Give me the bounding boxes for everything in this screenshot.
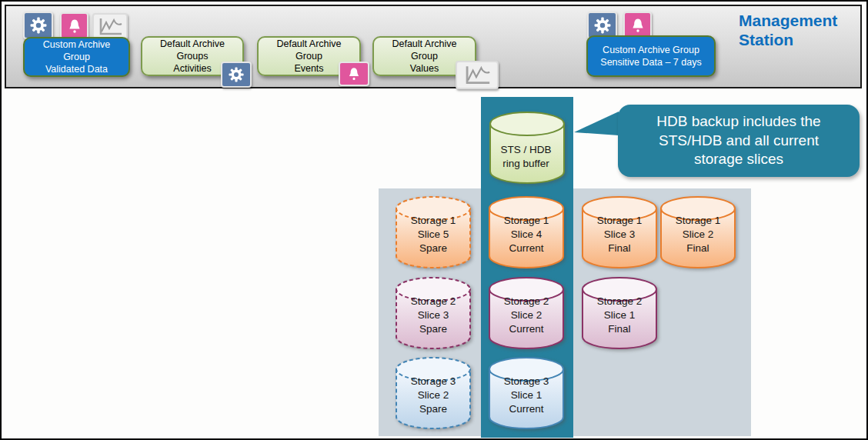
custom-archive-group-sensitive-data[interactable]: Custom Archive Group Sensitive Data – 7 … <box>586 35 716 77</box>
label-line: Storage 1 <box>395 214 472 228</box>
cylinder-label: Storage 3 Slice 2 Spare <box>395 375 472 415</box>
label-line: Storage 1 <box>659 214 736 228</box>
chart-glyph <box>460 65 494 86</box>
gear-glyph <box>28 15 48 35</box>
callout-pointer <box>574 112 619 135</box>
hdb-backup-callout: HDB backup includes the STS/HDB and all … <box>618 105 860 177</box>
label-line: Storage 1 <box>488 214 565 228</box>
label-line: Slice 4 <box>488 228 565 242</box>
label-line: Final <box>581 242 658 255</box>
label-line: Slice 5 <box>395 228 472 242</box>
management-station-window: Custom Archive Group Validated Data Defa… <box>0 0 868 440</box>
label-line: Slice 1 <box>488 388 565 402</box>
label-line: Slice 3 <box>581 228 658 242</box>
label-line: Slice 1 <box>581 308 658 322</box>
cylinder-label: Storage 2 Slice 2 Current <box>488 295 565 335</box>
bell-icon[interactable] <box>60 12 88 39</box>
cylinder-label: Storage 1 Slice 2 Final <box>659 214 736 255</box>
label-line: Slice 2 <box>488 308 565 322</box>
label-line: Slice 2 <box>659 228 736 242</box>
label-line: Storage 2 <box>395 295 472 308</box>
label-line: Storage 2 <box>488 295 565 308</box>
bell-glyph <box>65 17 84 35</box>
label-line: Storage 2 <box>581 295 658 308</box>
gear-glyph <box>593 15 613 35</box>
custom-archive-group-validated-data[interactable]: Custom Archive Group Validated Data <box>23 37 130 77</box>
chart-icon[interactable] <box>92 13 128 40</box>
label-line: Slice 3 <box>395 308 472 322</box>
page-title: Management Station <box>739 11 837 49</box>
label-line: Storage 1 <box>581 214 658 228</box>
label-line: Final <box>581 322 658 336</box>
chart-glyph <box>96 17 124 37</box>
ring-buffer-label: STS / HDB ring buffer <box>489 143 563 171</box>
bell-glyph <box>629 16 647 35</box>
label-line: Slice 2 <box>395 388 472 402</box>
label-line: Spare <box>395 402 472 416</box>
chart-icon[interactable] <box>456 61 499 89</box>
gear-icon[interactable] <box>221 62 252 88</box>
label-line: Current <box>488 242 565 255</box>
label-line: Storage 3 <box>488 375 565 388</box>
gear-glyph <box>227 65 245 84</box>
cylinder-label: Storage 2 Slice 1 Final <box>581 295 658 335</box>
label-line: Spare <box>395 242 472 255</box>
toolbar: Custom Archive Group Validated Data Defa… <box>5 5 862 88</box>
label-line: ring buffer <box>489 157 563 171</box>
cylinder-label: Storage 1 Slice 5 Spare <box>395 214 472 255</box>
cylinder-label: Storage 3 Slice 1 Current <box>488 375 565 415</box>
label-line: Spare <box>395 322 472 336</box>
cylinder-label: Storage 1 Slice 4 Current <box>488 214 565 255</box>
label-line: Current <box>488 402 565 416</box>
cylinder-label: Storage 1 Slice 3 Final <box>581 214 658 255</box>
label-line: Storage 3 <box>395 375 472 388</box>
cylinder-label: Storage 2 Slice 3 Spare <box>395 295 472 335</box>
bell-icon[interactable] <box>339 62 369 86</box>
gear-icon[interactable] <box>23 12 53 39</box>
label-line: Current <box>488 322 565 336</box>
label-line: STS / HDB <box>489 143 563 157</box>
label-line: Final <box>659 242 736 255</box>
bell-glyph <box>346 65 362 82</box>
